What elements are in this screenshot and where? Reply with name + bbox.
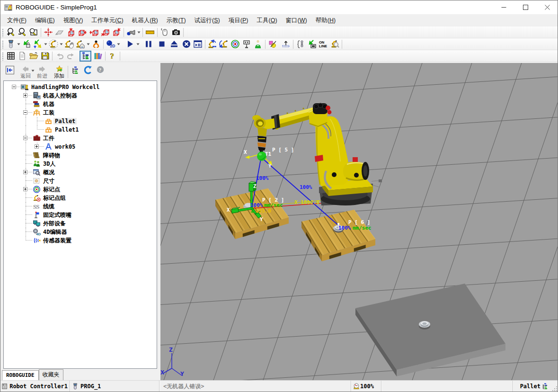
- cube-view-left-button[interactable]: [77, 27, 88, 38]
- tree-label[interactable]: 障碍物: [42, 152, 62, 159]
- tree-item-障碍物[interactable]: 障碍物: [4, 151, 157, 160]
- tree-item-线缆[interactable]: 线缆: [4, 202, 157, 211]
- tree-item-传感器装置[interactable]: 传感器装置: [4, 236, 157, 245]
- pause-button[interactable]: [143, 39, 154, 50]
- jog-frame-button[interactable]: [32, 39, 44, 50]
- menu-item-w[interactable]: 窗口(W): [282, 14, 311, 27]
- maximize-button[interactable]: [514, 0, 536, 14]
- panel-help-button[interactable]: [96, 65, 105, 74]
- refresh-button[interactable]: [83, 65, 93, 75]
- tree-label[interactable]: 机器人控制器: [42, 92, 79, 99]
- document-button[interactable]: [17, 51, 28, 62]
- menu-item-h[interactable]: 帮助(H): [311, 14, 340, 27]
- robot-turn-button[interactable]: [218, 39, 230, 50]
- menu-item-c[interactable]: 工作单元(C): [87, 14, 127, 27]
- tree-item-尺寸[interactable]: 尺寸: [4, 177, 157, 185]
- tree-item-外部设备[interactable]: 外部设备: [4, 219, 157, 228]
- tree-item-机器人控制器[interactable]: 机器人控制器: [4, 91, 157, 100]
- tree-label[interactable]: 工件: [42, 135, 56, 142]
- person-button[interactable]: [252, 39, 264, 50]
- view-2d-button[interactable]: [105, 39, 116, 50]
- tree-label[interactable]: 标记点: [42, 186, 62, 193]
- add-button[interactable]: 添加: [54, 65, 64, 79]
- dock-button[interactable]: [5, 65, 15, 75]
- cube-view-top-button[interactable]: [65, 27, 77, 38]
- cube-view-downright-button[interactable]: [111, 27, 122, 38]
- play-dropdown[interactable]: [136, 39, 140, 50]
- zoom-out-button[interactable]: [17, 27, 28, 38]
- menu-item-v[interactable]: 视图(V): [59, 14, 88, 27]
- tree-expand-plus[interactable]: [23, 187, 27, 191]
- save-button[interactable]: [39, 51, 51, 62]
- tree-item-handlingpro-workcell[interactable]: HandlingPRO Workcell: [4, 83, 157, 91]
- menu-item-o[interactable]: 工具(O): [252, 14, 281, 27]
- toolbar-grip[interactable]: [1, 40, 5, 49]
- tree-expand-minus[interactable]: [23, 110, 27, 115]
- teach-pendant-dropdown[interactable]: [17, 39, 21, 50]
- back-button[interactable]: 返回: [20, 65, 31, 79]
- send-screen-button[interactable]: [306, 39, 318, 50]
- 3d-viewport[interactable]: X Y T1 P [ 5 ] 100% 100% P [ 2 ] 100% mm…: [160, 63, 558, 380]
- tree-label[interactable]: 概况: [42, 169, 56, 176]
- open-folder-button[interactable]: [28, 51, 39, 62]
- tree-label[interactable]: 标记点组: [42, 195, 67, 201]
- status-program[interactable]: PROG_1: [70, 381, 159, 392]
- jog-lock-button[interactable]: [21, 39, 32, 50]
- profiler-button[interactable]: [295, 39, 306, 50]
- gripper-button[interactable]: [90, 39, 102, 50]
- tree-expand-minus[interactable]: [12, 85, 16, 89]
- tree-label[interactable]: 固定式喷嘴: [42, 212, 73, 218]
- minimize-button[interactable]: [493, 0, 514, 14]
- tree-item-pallet1[interactable]: Pallet1: [4, 125, 157, 134]
- cell-browser-button[interactable]: [5, 51, 17, 62]
- undo-button[interactable]: [54, 51, 65, 62]
- redo-button[interactable]: [65, 51, 77, 62]
- tree-item-work05[interactable]: work05: [4, 143, 157, 151]
- panel-tab-roboguide[interactable]: ROBOGUIDE: [2, 370, 39, 380]
- measure-button[interactable]: [144, 27, 156, 38]
- tree-item-工装[interactable]: 工装: [4, 108, 157, 117]
- robot-joint-jog-button[interactable]: [48, 39, 59, 50]
- draw-features-button[interactable]: [267, 39, 278, 50]
- status-controller[interactable]: Robot Controller1: [0, 381, 70, 392]
- tree-expand-minus[interactable]: [23, 136, 27, 140]
- view-2d-dropdown[interactable]: [116, 39, 121, 50]
- back-dropdown[interactable]: [31, 67, 35, 74]
- tree-label[interactable]: 工装: [42, 109, 56, 116]
- tree-item-标记点[interactable]: 标记点: [4, 185, 157, 194]
- menu-item-s[interactable]: 试运行(S): [190, 14, 224, 27]
- tree-label[interactable]: 4D编辑器: [42, 229, 68, 235]
- menu-item-f[interactable]: 文件(F): [3, 14, 31, 27]
- tree-toggle-button[interactable]: [80, 51, 91, 62]
- tree-item-pallet[interactable]: Pallet: [4, 117, 157, 125]
- center-view-button[interactable]: [43, 27, 54, 38]
- tree-view-button[interactable]: [71, 65, 80, 74]
- snapshot-button[interactable]: [170, 27, 182, 38]
- camera-views-button[interactable]: [125, 27, 137, 38]
- lift-button[interactable]: [280, 39, 292, 50]
- forward-button[interactable]: 前进: [37, 65, 47, 79]
- tree-label[interactable]: 3D人: [42, 160, 57, 167]
- robot-joint-jog-dropdown[interactable]: [59, 39, 63, 50]
- menu-item-p[interactable]: 项目(P): [224, 14, 253, 27]
- panel-tab-收藏夹[interactable]: 收藏夹: [39, 369, 63, 380]
- find-robot-button[interactable]: [329, 39, 340, 50]
- cube-view-right-button[interactable]: [88, 27, 99, 38]
- zoom-window-button[interactable]: [28, 27, 39, 38]
- zoom-in-button[interactable]: [5, 27, 17, 38]
- tree-item-固定式喷嘴[interactable]: 固定式喷嘴: [4, 211, 157, 219]
- tree-item-4d编辑器[interactable]: 4D编辑器: [4, 228, 157, 236]
- teach-pendant-button[interactable]: [5, 39, 17, 50]
- help-button[interactable]: [107, 51, 118, 62]
- tree-label[interactable]: 线缆: [42, 203, 56, 210]
- tree-label[interactable]: work05: [53, 143, 77, 150]
- mouse-settings-button[interactable]: [159, 27, 170, 38]
- menu-item-t[interactable]: 示教(T): [162, 14, 190, 27]
- tree-item-概况[interactable]: 概况: [4, 168, 157, 177]
- 3d-scene[interactable]: X Y T1 P [ 5 ] 100% 100% P [ 2 ] 100% mm…: [160, 63, 558, 380]
- menu-item-e[interactable]: 编辑(E): [31, 14, 59, 27]
- robot-home-dropdown[interactable]: [86, 39, 90, 50]
- tree-item-3d人[interactable]: 3D人: [4, 160, 157, 168]
- view-plane-button[interactable]: [54, 27, 65, 38]
- status-speed[interactable]: 100%: [351, 381, 381, 392]
